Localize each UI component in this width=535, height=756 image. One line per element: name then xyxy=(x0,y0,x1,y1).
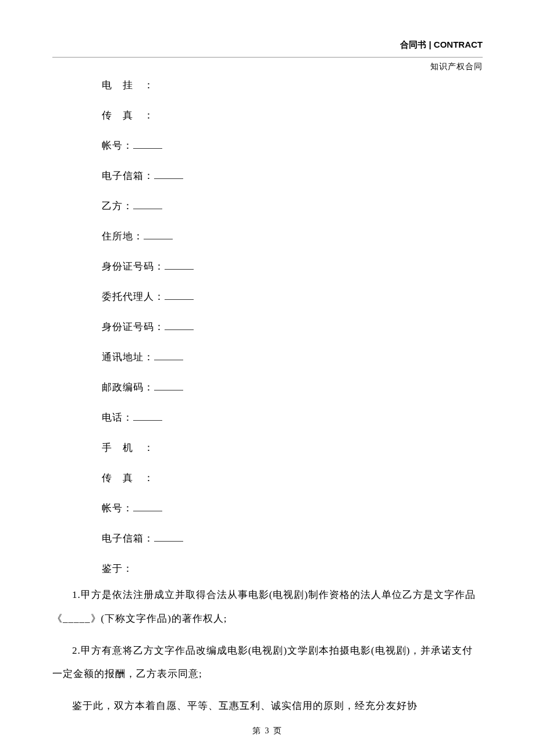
field-line: 帐号： xyxy=(102,136,477,156)
para-3: 鉴于此，双方本着自愿、平等、互惠互利、诚实信用的原则，经充分友好协 xyxy=(52,694,477,718)
paragraph-block: 1.甲方是依法注册成立并取得合法从事电影(电视剧)制作资格的法人单位乙方是文字作… xyxy=(52,583,477,718)
content-area: 电 挂 ：传 真 ：帐号：电子信箱：乙方：住所地：身份证号码：委托代理人：身份证… xyxy=(52,76,483,718)
jianyu-line: 鉴于： xyxy=(102,559,477,579)
blank-underline xyxy=(144,230,173,239)
field-line: 委托代理人： xyxy=(102,287,477,307)
field-line: 通讯地址： xyxy=(102,347,477,367)
blank-underline xyxy=(154,350,183,360)
field-line: 传 真 ： xyxy=(102,468,477,488)
blank-underline xyxy=(133,139,162,149)
field-line: 手 机 ： xyxy=(102,438,477,458)
field-line: 邮政编码： xyxy=(102,378,477,397)
blank-underline xyxy=(133,501,162,511)
blank-underline xyxy=(154,532,183,542)
field-label: 电子信箱： xyxy=(102,170,154,181)
blank-underline xyxy=(165,320,194,330)
field-label: 电子信箱： xyxy=(102,533,154,544)
page-footer: 第 3 页 xyxy=(0,726,535,736)
header-rule xyxy=(52,57,483,58)
field-label: 电 挂 ： xyxy=(102,80,154,91)
field-line: 传 真 ： xyxy=(102,106,477,126)
field-label: 传 真 ： xyxy=(102,110,154,121)
blank-underline xyxy=(133,199,162,209)
document-page: 合同书 | CONTRACT 知识产权合同 电 挂 ：传 真 ：帐号：电子信箱：… xyxy=(0,0,535,756)
field-label: 乙方： xyxy=(102,200,133,212)
field-line: 住所地： xyxy=(102,227,477,246)
header-block: 合同书 | CONTRACT xyxy=(400,40,483,51)
field-label: 住所地： xyxy=(102,231,144,242)
field-line: 电子信箱： xyxy=(102,529,477,549)
field-line: 电子信箱： xyxy=(102,166,477,186)
field-line: 电话： xyxy=(102,408,477,428)
blank-underline xyxy=(154,169,183,179)
field-label: 通讯地址： xyxy=(102,352,154,363)
field-label: 邮政编码： xyxy=(102,382,154,393)
field-label: 帐号： xyxy=(102,503,133,514)
field-label: 电话： xyxy=(102,412,133,423)
blank-underline xyxy=(154,381,183,390)
field-label: 身份证号码： xyxy=(102,261,165,272)
blank-underline xyxy=(133,411,162,421)
field-label: 传 真 ： xyxy=(102,472,154,483)
field-line: 乙方： xyxy=(102,196,477,216)
field-line: 身份证号码： xyxy=(102,317,477,337)
para-2: 2.甲方有意将乙方文字作品改编成电影(电视剧)文学剧本拍摄电影(电视剧)，并承诺… xyxy=(52,639,477,687)
field-label: 帐号： xyxy=(102,140,133,151)
field-line: 身份证号码： xyxy=(102,257,477,277)
blank-underline xyxy=(165,290,194,300)
field-label: 委托代理人： xyxy=(102,291,165,302)
blank-underline xyxy=(165,260,194,270)
field-line: 电 挂 ： xyxy=(102,76,477,95)
fields-container: 电 挂 ：传 真 ：帐号：电子信箱：乙方：住所地：身份证号码：委托代理人：身份证… xyxy=(102,76,477,549)
field-label: 手 机 ： xyxy=(102,442,154,453)
header-subtitle: 知识产权合同 xyxy=(430,62,483,72)
field-label: 身份证号码： xyxy=(102,321,165,332)
para-1: 1.甲方是依法注册成立并取得合法从事电影(电视剧)制作资格的法人单位乙方是文字作… xyxy=(52,583,477,631)
field-line: 帐号： xyxy=(102,499,477,518)
header-title: 合同书 | CONTRACT xyxy=(400,40,483,51)
